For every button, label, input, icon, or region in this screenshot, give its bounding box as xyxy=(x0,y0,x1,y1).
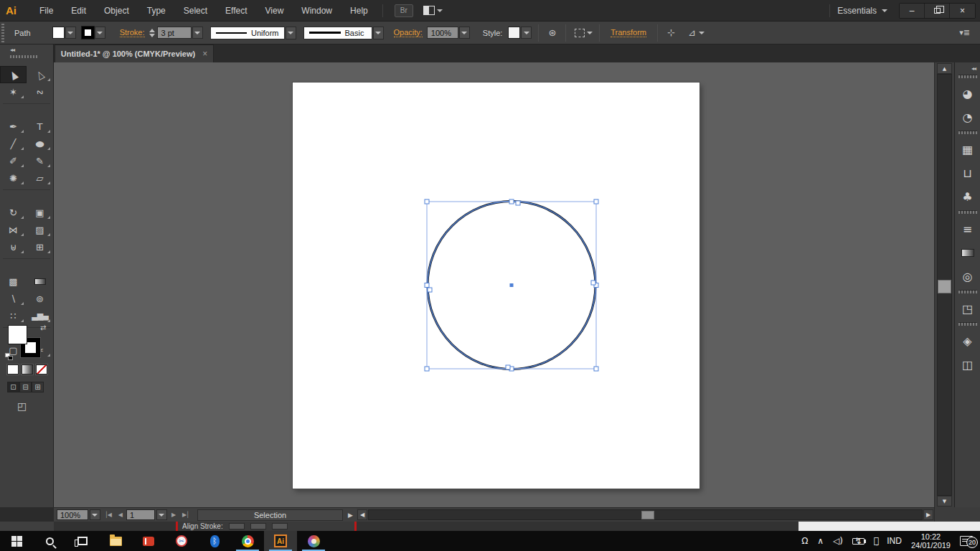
tools-panel-grip[interactable] xyxy=(10,55,37,58)
menu-item[interactable]: Effect xyxy=(225,6,247,16)
stroke-color-dropdown[interactable] xyxy=(95,27,105,39)
show-hidden-icons-chevron[interactable]: ∧ xyxy=(817,536,824,546)
align-stroke-outside-button[interactable] xyxy=(272,523,288,529)
menu-item[interactable]: Type xyxy=(147,6,166,16)
artboard-number-field[interactable]: 1 xyxy=(126,509,155,520)
free-transform-tool[interactable]: ▨ xyxy=(27,221,53,238)
brush-definition-dropdown[interactable] xyxy=(373,27,384,39)
horizontal-scroll-thumb[interactable] xyxy=(641,511,654,519)
brush-definition-select[interactable]: Basic xyxy=(303,27,372,39)
notification-center-icon[interactable]: 20 xyxy=(960,536,973,546)
document-tab[interactable]: Untitled-1* @ 100% (CMYK/Preview) × xyxy=(55,44,214,62)
pen-tool[interactable]: ✒ xyxy=(0,118,27,135)
default-fill-stroke-icon[interactable] xyxy=(5,353,14,361)
none-button[interactable] xyxy=(36,364,47,375)
restore-button[interactable] xyxy=(925,4,950,18)
workspace-switcher[interactable]: Essentials xyxy=(837,6,887,16)
shape-builder-tool[interactable]: ⊎ xyxy=(0,238,27,255)
gradient-panel-icon[interactable] xyxy=(955,241,980,265)
symbols-panel-icon[interactable]: ♣ xyxy=(955,185,980,209)
language-indicator[interactable]: IND xyxy=(887,536,902,546)
tool-divider[interactable] xyxy=(3,187,50,190)
scroll-up-icon[interactable]: ▲ xyxy=(937,63,952,74)
search-button[interactable] xyxy=(33,531,66,551)
direct-selection-tool[interactable]: △ xyxy=(27,66,53,83)
start-button[interactable] xyxy=(0,531,33,551)
align-stroke-center-button[interactable] xyxy=(229,523,245,529)
scale-tool[interactable]: ▣ xyxy=(27,204,53,221)
fill-color-swatch[interactable] xyxy=(52,27,65,39)
task-view-button[interactable] xyxy=(66,531,99,551)
menu-item[interactable]: Window xyxy=(301,6,332,16)
battery-icon[interactable]: ↯ xyxy=(852,538,864,545)
line-segment-tool[interactable]: ╱ xyxy=(0,135,27,152)
scroll-right-icon[interactable]: ▶ xyxy=(923,509,933,520)
fill-proxy-swatch[interactable] xyxy=(8,325,27,344)
artboard-dropdown[interactable] xyxy=(156,509,167,520)
perspective-grid-tool[interactable]: ⊞ xyxy=(27,238,53,255)
volume-icon[interactable]: ◁) xyxy=(833,536,843,546)
vertical-scrollbar[interactable]: ▲ ▼ xyxy=(934,62,954,507)
stroke-panel-icon[interactable]: ≡ xyxy=(955,217,980,241)
stroke-weight-value[interactable]: 3 pt xyxy=(157,27,192,39)
recolor-artwork-icon[interactable]: ⊛ xyxy=(548,27,556,38)
opacity-dropdown[interactable] xyxy=(459,27,470,39)
stroke-weight-dropdown[interactable] xyxy=(192,27,203,39)
width-tool[interactable]: ⋈ xyxy=(0,221,27,238)
vertical-scroll-thumb[interactable] xyxy=(938,280,951,293)
collapse-tools-icon[interactable]: ◂◂ xyxy=(10,47,14,53)
people-icon[interactable]: Ω xyxy=(801,536,808,546)
layers-panel-icon[interactable]: ◈ xyxy=(955,329,980,353)
illustrator-button[interactable]: Ai xyxy=(264,531,297,551)
zoom-level-field[interactable]: 100% xyxy=(57,509,88,520)
eyedropper-tool[interactable]: ∖ xyxy=(0,290,27,307)
fill-color-dropdown[interactable] xyxy=(65,27,76,39)
lasso-tool[interactable]: ∿ xyxy=(27,83,53,100)
menu-item[interactable]: File xyxy=(39,6,53,16)
type-tool[interactable]: T xyxy=(27,118,53,135)
artboards-panel-icon[interactable]: ◫ xyxy=(955,353,980,377)
next-artboard-button[interactable]: ▶ xyxy=(169,512,178,518)
file-explorer-button[interactable] xyxy=(99,531,132,551)
expand-dock-icon[interactable]: ◂◂ xyxy=(971,65,976,72)
tools-panel-header[interactable]: ◂◂ xyxy=(0,44,54,62)
tool-divider[interactable] xyxy=(3,100,50,104)
mesh-tool[interactable]: ▩ xyxy=(0,273,27,290)
menu-item[interactable]: Object xyxy=(104,6,129,16)
bridge-button[interactable]: Br xyxy=(395,4,413,17)
horizontal-scroll-track[interactable] xyxy=(368,509,923,520)
color-button[interactable] xyxy=(7,364,19,375)
isolate-selection-icon[interactable] xyxy=(575,29,585,37)
control-panel-menu-icon[interactable]: ▾≣ xyxy=(959,28,970,37)
last-artboard-button[interactable]: ▶│ xyxy=(179,512,192,518)
chrome-button[interactable] xyxy=(231,531,264,551)
canvas[interactable] xyxy=(54,62,934,507)
swap-fill-stroke-icon[interactable]: ⇄ xyxy=(40,324,46,331)
scroll-left-icon[interactable]: ◀ xyxy=(357,509,367,520)
menu-item[interactable]: Help xyxy=(350,6,368,16)
scroll-down-icon[interactable]: ▼ xyxy=(937,496,952,507)
ellipse-tool[interactable]: ● xyxy=(27,135,53,152)
paintbrush-tool[interactable]: ✐ xyxy=(0,152,27,169)
status-expand-icon[interactable]: ▶ xyxy=(344,512,357,519)
first-artboard-button[interactable]: │◀ xyxy=(102,512,114,518)
magic-wand-tool[interactable]: ✶ xyxy=(0,83,27,100)
symbol-sprayer-tool[interactable]: ∷ xyxy=(0,307,27,324)
stroke-weight-stepper[interactable] xyxy=(149,29,155,37)
tab-close-icon[interactable]: × xyxy=(202,49,207,59)
bluetooth-button[interactable]: ᛒ xyxy=(198,531,231,551)
draw-behind-button[interactable]: ⊟ xyxy=(19,382,32,392)
wifi-icon[interactable]: ⌒̣ xyxy=(874,536,877,546)
arrange-documents-icon[interactable] xyxy=(423,6,443,15)
menu-item[interactable]: Edit xyxy=(71,6,86,16)
swatches-panel-icon[interactable]: ▦ xyxy=(955,138,980,161)
blob-brush-tool[interactable]: ✺ xyxy=(0,169,27,187)
brushes-panel-icon[interactable]: ⊔ xyxy=(955,161,980,185)
dictionary-app-button[interactable] xyxy=(132,531,165,551)
paint-app-button[interactable] xyxy=(297,531,330,551)
draw-normal-button[interactable]: ⊡ xyxy=(7,382,19,392)
chevron-down-icon[interactable] xyxy=(699,32,705,34)
rotate-tool[interactable]: ↻ xyxy=(0,204,27,221)
gradient-button[interactable] xyxy=(22,364,33,375)
close-button[interactable]: × xyxy=(950,4,975,18)
